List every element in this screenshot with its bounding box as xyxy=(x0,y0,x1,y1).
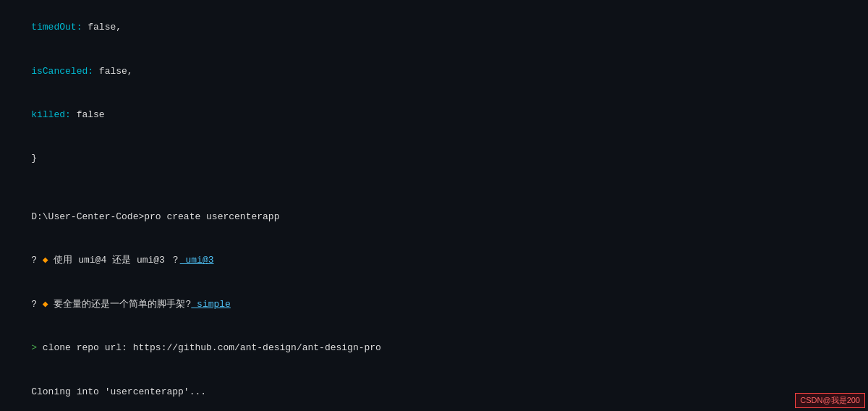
line-empty1 xyxy=(9,181,859,195)
line-close-brace: } xyxy=(9,137,859,180)
line-command-prompt: D:\User-Center-Code>pro create usercente… xyxy=(9,195,859,239)
line-question-umi: ? ◆ 使用 umi@4 还是 umi@3 ？ umi@3 xyxy=(9,239,859,282)
line-question-scaffold: ? ◆ 要全量的还是一个简单的脚手架? simple xyxy=(9,283,859,326)
terminal-window: timedOut: false, isCanceled: false, kill… xyxy=(0,0,868,411)
label-timedout: timedOut: xyxy=(31,22,88,33)
label-iscanceled: isCanceled: xyxy=(31,66,99,77)
line-killed: killed: false xyxy=(9,93,859,137)
line-iscanceled: isCanceled: false, xyxy=(9,49,859,93)
csdn-watermark: CSDN@我是200 xyxy=(795,393,865,408)
line-cloning-into: Cloning into 'usercenterapp'... xyxy=(9,370,859,411)
line-clone-repo: > clone repo url: https://github.com/ant… xyxy=(9,326,859,370)
label-killed: killed: xyxy=(31,109,76,120)
line-timedout: timedOut: false, xyxy=(9,6,859,49)
